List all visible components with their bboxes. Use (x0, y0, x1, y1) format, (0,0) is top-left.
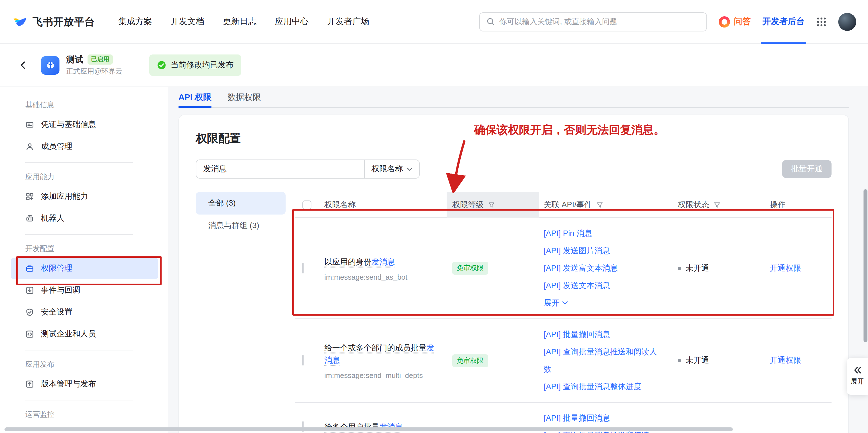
sidebar-item-security[interactable]: 安全设置 (11, 301, 158, 323)
nav-item-app-center[interactable]: 应用中心 (275, 16, 309, 27)
api-link[interactable]: [API] 发送富文本消息 (544, 259, 658, 277)
sidebar-item-label: 权限管理 (41, 263, 72, 273)
tab-api-permission[interactable]: API 权限 (179, 87, 212, 108)
filter-icon[interactable] (488, 202, 495, 208)
api-link[interactable]: [API] 发送图片消息 (544, 242, 658, 259)
app-subtitle: 正式应用@环界云 (66, 66, 122, 76)
api-link[interactable]: [API] 查询批量消息整体进度 (544, 378, 658, 395)
category-message-group[interactable]: 消息与群组 (3) (196, 214, 286, 237)
permission-search-input[interactable] (196, 160, 364, 178)
publish-banner-text: 当前修改均已发布 (170, 60, 234, 70)
sidebar-section-basic-info: 基础信息 (11, 96, 158, 114)
sidebar-divider (25, 350, 133, 350)
sidebar-item-label: 版本管理与发布 (41, 379, 96, 389)
filter-icon[interactable] (714, 202, 720, 208)
brand[interactable]: 飞书开放平台 (12, 14, 95, 29)
sidebar-item-robot[interactable]: 机器人 (11, 208, 158, 229)
api-link[interactable]: [API] 查询批量消息推送和阅读人数 (544, 343, 658, 378)
event-callback-icon (25, 286, 34, 295)
global-search[interactable] (479, 12, 707, 31)
filter-icon[interactable] (597, 202, 603, 208)
header-checkbox[interactable] (303, 201, 311, 209)
sidebar-item-permission[interactable]: 权限管理 (11, 258, 158, 279)
sidebar-item-credentials[interactable]: 凭证与基础信息 (11, 114, 158, 135)
api-link[interactable]: [API] 批量撤回消息 (544, 326, 658, 343)
col-level: 权限等级 (452, 200, 484, 210)
level-badge: 免审权限 (452, 262, 488, 275)
qa-ring-icon (719, 16, 730, 27)
col-action: 操作 (770, 200, 785, 210)
permission-search-group: 权限名称 (196, 160, 420, 179)
sidebar-section-dev-config: 开发配置 (11, 240, 158, 258)
name-match-highlight: 发消息 (371, 257, 395, 266)
status-text: 未开通 (686, 355, 709, 366)
app-header-bar: 测试 已启用 正式应用@环界云 当前修改均已发布 (0, 44, 868, 87)
qa-link[interactable]: 问答 (719, 16, 751, 27)
feishu-logo-icon (12, 14, 28, 29)
permission-config-card: 权限配置 权限名称 批量开通 全部 (3) 消息与群组 (3) (179, 115, 849, 433)
back-button[interactable] (15, 57, 31, 73)
content-area: API 权限 数据权限 权限配置 权限名称 批量开通 (168, 87, 868, 433)
batch-approve-button[interactable]: 批量开通 (782, 160, 832, 178)
members-icon (25, 142, 34, 151)
chevron-down-icon (407, 167, 412, 171)
code-icon (25, 330, 34, 339)
level-badge: 免审权限 (452, 354, 488, 367)
sidebar-item-label: 安全设置 (41, 307, 72, 317)
col-api: 关联 API/事件 (544, 200, 592, 210)
table-row-send-as-bot: 以应用的身份发消息 im:message:send_as_bot 免审权限 [A… (295, 218, 832, 319)
apps-grid-icon[interactable] (816, 17, 827, 27)
sidebar-item-members[interactable]: 成员管理 (11, 136, 158, 157)
sidebar-item-test-org[interactable]: 测试企业和人员 (11, 323, 158, 345)
table-header: 权限名称 权限等级 关联 API/事件 权限状态 (295, 192, 832, 218)
api-link[interactable]: [API] Pin 消息 (544, 225, 658, 242)
nav-item-integration[interactable]: 集成方案 (118, 16, 152, 27)
api-link[interactable]: [API] 发送文本消息 (544, 277, 658, 294)
category-all[interactable]: 全部 (3) (196, 192, 286, 214)
row-checkbox[interactable] (303, 355, 304, 366)
credential-icon (25, 120, 34, 129)
app-name: 测试 (66, 54, 83, 65)
side-panel-expand-button[interactable]: 展开 (847, 358, 868, 395)
expand-fab-label: 展开 (850, 377, 864, 386)
status-dot (678, 266, 681, 270)
tab-label: API 权限 (179, 92, 212, 103)
expand-apis-link[interactable]: 展开 (544, 294, 658, 312)
api-link[interactable]: [API] 批量撤回消息 (544, 409, 658, 427)
status-dot (678, 359, 681, 362)
sidebar-item-version-release[interactable]: 版本管理与发布 (11, 373, 158, 395)
vertical-scrollbar[interactable] (864, 189, 867, 342)
open-permission-link[interactable]: 开通权限 (761, 263, 832, 273)
sidebar: 基础信息 凭证与基础信息 成员管理 应用能力 添加应用能力 (0, 87, 168, 433)
sidebar-section-monitoring: 运营监控 (11, 405, 158, 424)
nav-item-dev-plaza[interactable]: 开发者广场 (327, 16, 369, 27)
sidebar-item-add-capability[interactable]: 添加应用能力 (11, 186, 158, 207)
nav-item-changelog[interactable]: 更新日志 (223, 16, 256, 27)
permission-tabs: API 权限 数据权限 (179, 87, 849, 108)
row-checkbox[interactable] (303, 263, 304, 273)
user-avatar[interactable] (838, 12, 856, 31)
developer-console-label: 开发者后台 (763, 16, 805, 27)
developer-console-tab[interactable]: 开发者后台 (763, 0, 805, 44)
filter-type-select[interactable]: 权限名称 (364, 160, 419, 178)
main-area: 基础信息 凭证与基础信息 成员管理 应用能力 添加应用能力 (0, 87, 868, 433)
sidebar-item-label: 成员管理 (41, 142, 72, 152)
tab-data-permission[interactable]: 数据权限 (227, 87, 261, 108)
card-title: 权限配置 (196, 131, 832, 146)
sidebar-item-events[interactable]: 事件与回调 (11, 280, 158, 301)
open-permission-link[interactable]: 开通权限 (761, 355, 832, 366)
category-list: 全部 (3) 消息与群组 (3) (196, 192, 286, 433)
permission-name[interactable]: 以应用的身份发消息 (324, 255, 435, 268)
qa-label: 问答 (734, 16, 751, 27)
horizontal-scrollbar[interactable] (4, 427, 733, 431)
search-input[interactable] (499, 18, 700, 26)
publish-status-banner: 当前修改均已发布 (149, 55, 241, 76)
name-text: 给一个或多个部门的成员批量 (324, 343, 427, 352)
table-row-send-multi-depts: 给一个或多个部门的成员批量发消息 im:message:send_multi_d… (295, 319, 832, 403)
permission-name[interactable]: 给一个或多个部门的成员批量发消息 (324, 342, 435, 366)
sidebar-section-capabilities: 应用能力 (11, 168, 158, 186)
nav-item-docs[interactable]: 开发文档 (170, 16, 204, 27)
table-region: 全部 (3) 消息与群组 (3) 权限名称 权限等级 (196, 192, 832, 433)
name-text: 以应用的身份 (324, 257, 371, 266)
check-circle-icon (157, 61, 166, 70)
